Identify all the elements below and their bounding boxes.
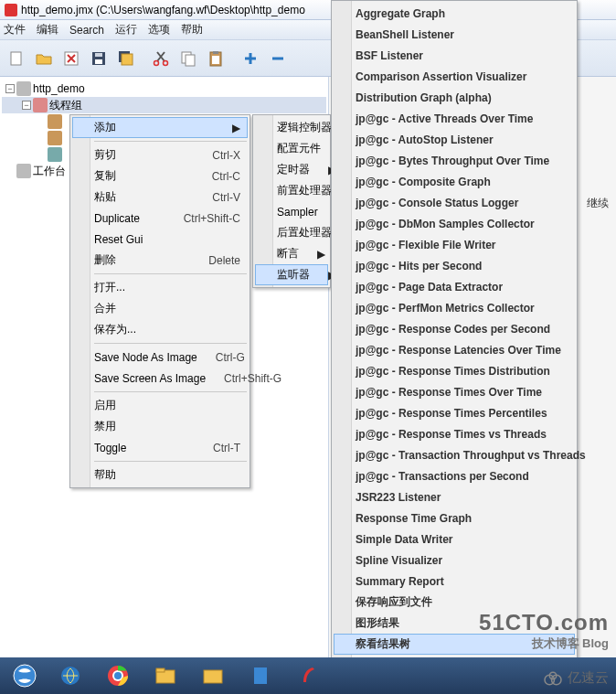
- add-submenu[interactable]: 逻辑控制器▶配置元件▶定时器▶前置处理器▶Sampler▶后置处理器▶断言▶监听…: [252, 114, 331, 288]
- listener-item[interactable]: Summary Report: [334, 571, 575, 592]
- explorer-button[interactable]: [143, 660, 188, 691]
- menu-run[interactable]: 运行: [115, 22, 137, 37]
- menu-help[interactable]: 帮助: [181, 22, 203, 37]
- svg-point-8: [164, 60, 168, 65]
- continue-label: 继续: [587, 196, 609, 211]
- listener-item[interactable]: jp@gc - Flexible File Writer: [334, 234, 575, 255]
- svg-point-18: [114, 672, 122, 679]
- menu-item[interactable]: Save Screen As ImageCtrl+Shift-G: [72, 368, 248, 389]
- svg-rect-6: [122, 54, 133, 65]
- minus-button[interactable]: [265, 44, 291, 73]
- menu-item[interactable]: 帮助: [72, 464, 248, 486]
- submenu-item[interactable]: 后置处理器▶: [255, 222, 328, 243]
- listener-item[interactable]: 图形结果: [334, 613, 575, 634]
- listener-item[interactable]: jp@gc - Response Times Distribution: [334, 360, 575, 381]
- menu-item[interactable]: 启用: [72, 395, 248, 416]
- submenu-item[interactable]: 定时器▶: [255, 159, 328, 180]
- submenu-item[interactable]: 断言▶: [255, 243, 328, 264]
- menu-item[interactable]: 合并: [72, 298, 248, 319]
- save-button[interactable]: [86, 44, 112, 73]
- svg-point-14: [14, 665, 36, 687]
- plus-button[interactable]: [238, 44, 263, 73]
- listener-item[interactable]: jp@gc - DbMon Samples Collector: [334, 213, 575, 234]
- menu-edit[interactable]: 编辑: [37, 22, 58, 37]
- menu-separator: [94, 461, 247, 462]
- listener-item[interactable]: jp@gc - Page Data Extractor: [334, 276, 575, 297]
- menu-item[interactable]: 剪切Ctrl-X: [72, 144, 248, 165]
- listener-item[interactable]: jp@gc - Response Latencies Over Time: [334, 339, 575, 360]
- submenu-item[interactable]: 配置元件▶: [255, 138, 328, 159]
- collapse-icon[interactable]: −: [5, 84, 15, 93]
- listener-item[interactable]: Response Time Graph: [334, 507, 575, 529]
- menu-item[interactable]: ToggleCtrl-T: [72, 437, 248, 458]
- listener-item[interactable]: jp@gc - Response Codes per Second: [334, 318, 575, 339]
- submenu-item[interactable]: 前置处理器▶: [255, 180, 328, 201]
- app1-button[interactable]: [190, 660, 236, 691]
- context-menu[interactable]: 添加▶剪切Ctrl-X复制Ctrl-C粘贴Ctrl-VDuplicateCtrl…: [69, 114, 250, 488]
- menu-item[interactable]: 删除Delete: [72, 250, 248, 271]
- listener-item[interactable]: jp@gc - Active Threads Over Time: [334, 108, 575, 129]
- collapse-icon[interactable]: −: [22, 101, 31, 110]
- listener-item[interactable]: 察看结果树: [334, 634, 575, 655]
- menu-item[interactable]: 禁用: [72, 416, 248, 437]
- menu-item[interactable]: 添加▶: [72, 117, 248, 138]
- listener-item[interactable]: JSR223 Listener: [334, 486, 575, 507]
- submenu-item[interactable]: 逻辑控制器▶: [255, 117, 328, 138]
- tree-thread-group[interactable]: −线程组: [2, 97, 326, 113]
- app-icon: [5, 4, 17, 16]
- taskbar[interactable]: [0, 657, 616, 694]
- listener-item[interactable]: Spline Visualizer: [334, 550, 575, 571]
- listener-item[interactable]: jp@gc - AutoStop Listener: [334, 129, 575, 150]
- svg-rect-0: [11, 52, 21, 65]
- listener-item[interactable]: BSF Listener: [334, 45, 575, 66]
- menu-file[interactable]: 文件: [4, 22, 26, 37]
- listener-item[interactable]: jp@gc - Response Times Percentiles: [334, 402, 575, 423]
- new-button[interactable]: [4, 44, 29, 73]
- jmeter-taskbar-button[interactable]: [285, 660, 331, 691]
- ie-button[interactable]: [48, 660, 93, 691]
- svg-rect-10: [186, 55, 195, 66]
- open-button[interactable]: [31, 44, 57, 73]
- svg-rect-12: [213, 51, 218, 54]
- listener-submenu[interactable]: Aggregate GraphBeanShell ListenerBSF Lis…: [331, 0, 578, 694]
- menu-item[interactable]: Reset Gui: [72, 229, 248, 250]
- close-button[interactable]: [58, 44, 84, 73]
- menu-item[interactable]: Save Node As ImageCtrl-G: [72, 347, 248, 368]
- submenu-item[interactable]: Sampler▶: [255, 201, 328, 222]
- listener-item[interactable]: jp@gc - PerfMon Metrics Collector: [334, 297, 575, 318]
- listener-item[interactable]: jp@gc - Hits per Second: [334, 255, 575, 276]
- svg-rect-3: [95, 59, 102, 64]
- listener-item[interactable]: Aggregate Graph: [334, 3, 575, 24]
- menu-separator: [94, 391, 247, 392]
- listener-item[interactable]: 保存响应到文件: [334, 592, 575, 613]
- listener-item[interactable]: jp@gc - Response Times Over Time: [334, 381, 575, 402]
- copy-button[interactable]: [175, 44, 201, 73]
- menu-item[interactable]: DuplicateCtrl+Shift-C: [72, 208, 248, 229]
- app2-button[interactable]: [238, 660, 283, 691]
- menu-item[interactable]: 粘贴Ctrl-V: [72, 187, 248, 208]
- listener-item[interactable]: jp@gc - Transaction Throughput vs Thread…: [334, 444, 575, 465]
- menu-item[interactable]: 打开...: [72, 277, 248, 298]
- menu-item[interactable]: 复制Ctrl-C: [72, 165, 248, 187]
- start-button[interactable]: [4, 660, 46, 691]
- svg-rect-21: [204, 670, 222, 683]
- tree-root[interactable]: −http_demo: [2, 80, 326, 97]
- listener-item[interactable]: jp@gc - Composite Graph: [334, 171, 575, 192]
- save-all-button[interactable]: [113, 44, 139, 73]
- listener-item[interactable]: jp@gc - Console Status Logger: [334, 192, 575, 213]
- paste-button[interactable]: [203, 44, 228, 73]
- menu-options[interactable]: 选项: [148, 22, 170, 37]
- menu-search[interactable]: Search: [69, 24, 104, 37]
- chrome-button[interactable]: [95, 660, 141, 691]
- listener-item[interactable]: Simple Data Writer: [334, 529, 575, 550]
- menu-item[interactable]: 保存为...: [72, 319, 248, 340]
- listener-item[interactable]: jp@gc - Transactions per Second: [334, 465, 575, 486]
- listener-item[interactable]: jp@gc - Response Times vs Threads: [334, 423, 575, 444]
- listener-item[interactable]: Comparison Assertion Visualizer: [334, 66, 575, 87]
- cut-button[interactable]: [148, 44, 174, 73]
- listener-item[interactable]: BeanShell Listener: [334, 24, 575, 45]
- menu-separator: [94, 343, 247, 344]
- listener-item[interactable]: jp@gc - Bytes Throughput Over Time: [334, 150, 575, 171]
- listener-item[interactable]: Distribution Graph (alpha): [334, 87, 575, 108]
- submenu-item[interactable]: 监听器▶: [255, 264, 328, 285]
